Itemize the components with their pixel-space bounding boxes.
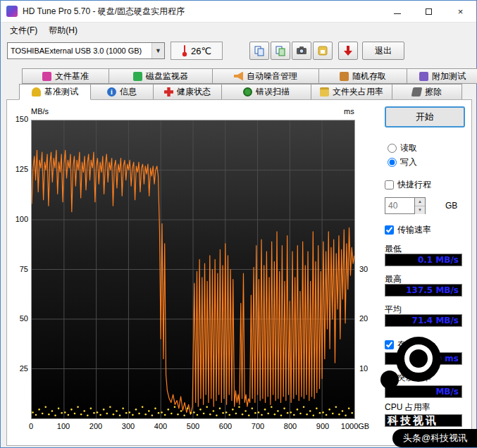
title-bar: HD Tune Pro 5.70 - 硬盘/固态硬盘实用程序 × (1, 1, 476, 23)
window-title: HD Tune Pro 5.70 - 硬盘/固态硬盘实用程序 (23, 6, 381, 18)
read-radio-label: 读取 (400, 142, 417, 154)
tab-extra-tests[interactable]: 附加测试 (407, 68, 477, 84)
tab-error-scan[interactable]: 错误扫描 (221, 84, 311, 100)
tab-benchmark[interactable]: 基准测试 (19, 84, 91, 100)
speaker-icon (234, 72, 243, 81)
access-time-checkbox[interactable]: 存取时间 (385, 339, 431, 351)
axis-tick-label: 25 (8, 364, 28, 373)
axis-tick-label: 0 (29, 422, 33, 430)
max-value: 137.5 MB/s (385, 284, 462, 297)
magnifier-icon (243, 87, 252, 97)
tab-label: 文件基准 (55, 70, 89, 82)
axis-tick-label: 30 (359, 265, 368, 273)
extra-tests-icon (419, 72, 428, 81)
axis-tick-label: 100 (8, 215, 28, 223)
save-image-button[interactable] (313, 42, 333, 60)
tab-erase[interactable]: 擦除 (392, 84, 462, 100)
axis-tick-label: 700 (252, 422, 264, 430)
access-time-checkbox-input[interactable] (385, 340, 394, 349)
y-axis-right-ticks: 302010 (359, 120, 380, 419)
write-radio-label: 写入 (400, 156, 417, 168)
axis-tick-label: 200 (89, 422, 102, 430)
axis-tick-label: 10 (359, 364, 368, 373)
eraser-icon (411, 87, 423, 97)
y-axis-left-ticks: 150125100755025 (8, 120, 28, 419)
axis-tick-label: 300 (122, 422, 135, 430)
tab-label: 随机存取 (352, 70, 386, 82)
maximize-button[interactable] (413, 1, 445, 23)
tab-folder-usage[interactable]: 文件夹占用率 (311, 84, 392, 100)
tab-label: 附加测试 (432, 70, 466, 82)
short-stroke-checkbox-input[interactable] (385, 180, 394, 189)
short-stroke-checkbox[interactable]: 快捷行程 (385, 179, 431, 191)
chevron-down-icon: ▼ (151, 43, 164, 58)
axis-tick-label: 50 (8, 314, 28, 323)
cpu-usage-value (385, 414, 462, 427)
tab-aam[interactable]: 自动噪音管理 (212, 68, 319, 84)
axis-tick-label: 100 (57, 422, 70, 430)
close-button[interactable]: × (445, 1, 476, 23)
write-radio-input[interactable] (388, 158, 397, 167)
stepper-down-icon[interactable]: ▼ (415, 206, 425, 214)
exit-button[interactable]: 退出 (362, 42, 404, 60)
thermometer-icon (182, 44, 187, 57)
axis-tick-label: 1000GB (341, 422, 369, 430)
tab-label: 健康状态 (177, 86, 211, 98)
y-left-axis-caption: MB/s (31, 107, 49, 116)
red-arrow-down-icon (343, 45, 353, 56)
benchmark-panel: MB/s ms 150125100755025 302010 010020030… (6, 99, 472, 446)
access-time-value: 49 ms (385, 352, 462, 365)
drive-selector[interactable]: TOSHIBAExternal USB 3.0 (1000 GB) ▼ (7, 42, 165, 59)
start-button[interactable]: 开始 (385, 106, 465, 127)
folder-icon (320, 87, 329, 97)
drive-selector-value: TOSHIBAExternal USB 3.0 (1000 GB) (8, 46, 151, 55)
transfer-rate-label: 传输速率 (397, 224, 431, 236)
copy-image-icon (275, 45, 286, 56)
write-radio[interactable]: 写入 (388, 156, 417, 168)
benchmark-icon (32, 87, 41, 97)
copy-image-button[interactable] (271, 42, 290, 60)
burst-rate-checkbox[interactable]: 突发速率 (385, 372, 431, 384)
dice-icon (340, 72, 349, 81)
axis-tick-label: 150 (8, 115, 28, 123)
tab-disk-monitor[interactable]: 磁盘监视器 (109, 68, 213, 84)
copy-text-button[interactable] (249, 42, 269, 60)
short-stroke-label: 快捷行程 (397, 179, 431, 191)
menu-file[interactable]: 文件(F) (4, 23, 43, 38)
app-icon (6, 6, 18, 17)
min-value: 0.1 MB/s (385, 254, 462, 266)
tab-label: 文件夹占用率 (333, 86, 383, 98)
menu-bar: 文件(F) 帮助(H) (1, 23, 476, 38)
read-radio[interactable]: 读取 (388, 142, 417, 154)
transfer-rate-checkbox-input[interactable] (385, 225, 394, 235)
burst-rate-checkbox-input[interactable] (385, 373, 394, 382)
save-image-icon (317, 45, 328, 56)
tab-random-access[interactable]: 随机存取 (318, 68, 407, 84)
tab-label: 基准测试 (44, 86, 78, 98)
tab-file-benchmark[interactable]: 文件基准 (22, 68, 109, 84)
watermark-badge: 头条@科技视讯 (392, 429, 477, 447)
health-cross-icon (164, 87, 173, 97)
app-window: HD Tune Pro 5.70 - 硬盘/固态硬盘实用程序 × 文件(F) 帮… (0, 0, 477, 448)
screenshot-button[interactable] (292, 42, 311, 60)
axis-tick-label: 125 (8, 165, 28, 173)
tab-info[interactable]: i 信息 (90, 84, 154, 100)
read-radio-input[interactable] (388, 144, 397, 153)
axis-tick-label: 500 (187, 422, 199, 430)
minimize-icon (394, 13, 401, 14)
abort-button[interactable] (338, 42, 358, 60)
transfer-rate-checkbox[interactable]: 传输速率 (385, 224, 431, 236)
axis-tick-label: 20 (359, 314, 368, 323)
menu-help[interactable]: 帮助(H) (43, 23, 83, 38)
short-stroke-size-input[interactable] (385, 197, 414, 214)
quantity-stepper[interactable]: ▲ ▼ (414, 197, 426, 214)
axis-tick-label: 900 (316, 422, 329, 430)
tab-health[interactable]: 健康状态 (153, 84, 222, 100)
tab-row-secondary: 文件基准 磁盘监视器 自动噪音管理 随机存取 附加测试 (22, 68, 477, 84)
stepper-up-icon[interactable]: ▲ (415, 198, 425, 206)
minimize-button[interactable] (381, 1, 413, 23)
tab-label: 磁盘监视器 (146, 70, 188, 82)
axis-tick-label: 400 (154, 422, 167, 430)
tab-label: 信息 (120, 86, 137, 98)
temperature-indicator[interactable]: 26℃ (171, 42, 223, 60)
